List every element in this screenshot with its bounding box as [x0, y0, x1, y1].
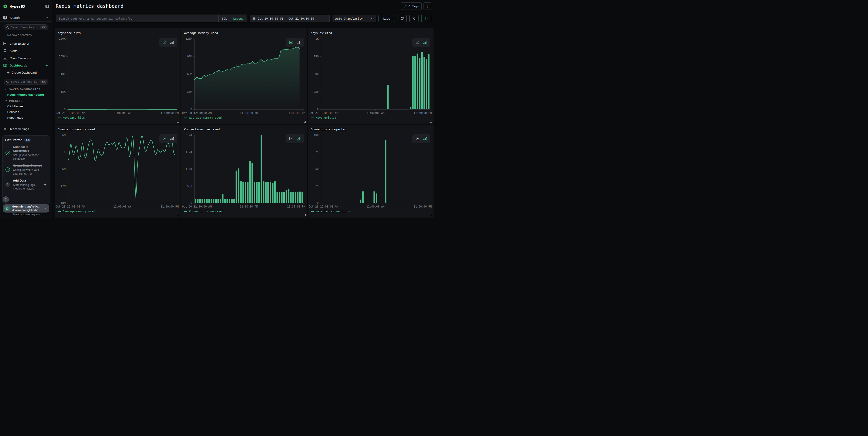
sql-mode-button[interactable]: SQL: [222, 17, 227, 20]
granularity-select[interactable]: Auto Granularity: [333, 15, 376, 22]
bar-chart-toggle-icon[interactable]: [296, 137, 301, 141]
get-started-step-connect[interactable]: Connect to ClickHouse Set up your databa…: [5, 145, 47, 161]
saved-searches-field[interactable]: [11, 26, 38, 29]
more-menu-button[interactable]: [424, 2, 431, 10]
panel-resize-handle[interactable]: [430, 214, 432, 216]
user-menu[interactable]: D dominic.tran@clic... dominic.tran@clic…: [3, 204, 49, 212]
calendar-icon: [253, 17, 256, 20]
svg-text:Oct 20 12:00:00 AM: Oct 20 12:00:00 AM: [56, 205, 85, 208]
query-language-toggle: SQL | Lucene: [218, 15, 247, 22]
panel-resize-handle[interactable]: [177, 214, 179, 216]
sidebar-item-dashboards[interactable]: Dashboards: [0, 62, 52, 69]
legend-label: Keyspace hits: [63, 116, 85, 119]
get-started-step-add-data[interactable]: 3 Add Data Start sending logs, metrics, …: [5, 179, 47, 191]
panel-resize-handle[interactable]: [430, 121, 432, 122]
chart-legend[interactable]: Average memory used: [184, 116, 222, 119]
bar-chart-toggle-icon[interactable]: [170, 137, 174, 141]
svg-text:120M: 120M: [185, 37, 192, 40]
live-button[interactable]: Live: [378, 15, 395, 22]
line-chart-toggle-icon[interactable]: [415, 40, 420, 45]
svg-text:Oct 20 12:00:00 AM: Oct 20 12:00:00 AM: [309, 205, 338, 208]
legend-label: rejected connections: [316, 210, 350, 213]
line-chart-toggle-icon[interactable]: [289, 40, 293, 45]
sidebar-preset-clickhouse[interactable]: ClickHouse: [7, 105, 52, 108]
svg-text:11:30:00 PM: 11:30:00 PM: [414, 205, 432, 208]
chart-legend[interactable]: Connections recieved: [184, 210, 223, 213]
event-search-input[interactable]: [59, 17, 218, 20]
tag-icon: [404, 5, 407, 8]
chart-legend[interactable]: Average memory used: [58, 210, 95, 213]
panel-resize-handle[interactable]: [304, 121, 306, 122]
sidebar-item-chart-explorer[interactable]: Chart Explorer: [0, 40, 52, 47]
tags-label: 0 Tags: [408, 5, 419, 8]
line-chart-toggle-icon[interactable]: [162, 137, 167, 141]
refresh-icon: [400, 17, 404, 20]
run-query-button[interactable]: [421, 15, 431, 22]
chart-legend[interactable]: rejected connections: [311, 210, 350, 213]
sidebar-item-team-settings[interactable]: Team Settings: [0, 125, 52, 133]
chart-title: Connections rejected: [311, 127, 346, 131]
refresh-button[interactable]: [398, 15, 407, 22]
sidebar-item-client-sessions[interactable]: Client Sessions: [0, 54, 52, 62]
create-dashboard-button[interactable]: Create Dashboard: [0, 69, 52, 76]
plus-icon: [7, 71, 10, 74]
clickhouse-cloud-promo: Ready to deploy on ClickHouse Cloud?: [13, 212, 50, 218]
svg-text:0: 0: [190, 108, 192, 111]
get-started-step-datasources[interactable]: Create Data Sources Configure where your…: [5, 164, 47, 175]
bar-chart-toggle-icon[interactable]: [423, 40, 427, 45]
legend-label: Average memory used: [189, 116, 222, 119]
get-started-header[interactable]: Get Started 2/3: [5, 138, 47, 142]
sidebar-item-alerts[interactable]: Alerts: [0, 47, 52, 54]
chart-legend[interactable]: Keys evicted: [311, 116, 336, 119]
chart-legend[interactable]: Keyspace hits: [58, 116, 85, 119]
help-button[interactable]: ?: [3, 196, 9, 203]
bar-chart-toggle-icon[interactable]: [296, 40, 301, 45]
step-title: Connect to ClickHouse: [13, 145, 43, 153]
get-started-progress-badge: 2/3: [24, 139, 31, 142]
check-circle-icon: [5, 167, 10, 172]
legend-swatch: [311, 118, 314, 118]
lucene-mode-button[interactable]: Lucene: [233, 17, 244, 20]
step-title: Add Data: [13, 179, 40, 183]
saved-dashboards-group[interactable]: SAVED DASHBOARDS: [5, 88, 52, 91]
sidebar: HyperDX Search ⌘K No saved searches Char…: [0, 0, 52, 218]
chart-type-toggle: [412, 134, 430, 143]
saved-searches-input[interactable]: ⌘K: [4, 24, 49, 30]
svg-text:0: 0: [317, 201, 319, 205]
sidebar-section-search[interactable]: Search: [0, 14, 52, 22]
svg-text:75: 75: [315, 151, 319, 154]
bar-chart-toggle-icon[interactable]: [423, 137, 427, 141]
chart-title: Keys evicted: [311, 31, 332, 35]
saved-dashboards-field[interactable]: [11, 80, 38, 83]
svg-text:11:30:00 PM: 11:30:00 PM: [161, 205, 179, 208]
bar-chart-toggle-icon[interactable]: [170, 40, 174, 45]
event-search-bar[interactable]: SQL | Lucene: [56, 14, 247, 22]
presets-group[interactable]: PRESETS: [5, 99, 52, 102]
tags-button[interactable]: 0 Tags: [401, 2, 422, 10]
search-section-label: Search: [9, 16, 20, 20]
svg-text:50: 50: [315, 168, 319, 171]
filter-button[interactable]: [409, 15, 418, 22]
svg-text:0: 0: [64, 151, 66, 154]
sidebar-dashboard-redis[interactable]: Redis metrics dashboard: [7, 93, 52, 96]
panel-resize-handle[interactable]: [177, 121, 179, 122]
line-chart-toggle-icon[interactable]: [415, 137, 420, 141]
arrow-right-icon: [43, 183, 47, 186]
charts-grid: Keyspace hitsKeyspace hits220K165K110K55…: [55, 28, 434, 217]
svg-text:11:30:00 PM: 11:30:00 PM: [414, 111, 432, 115]
saved-dashboards-input[interactable]: ⌘K: [4, 79, 49, 85]
svg-text:500: 500: [314, 72, 319, 76]
line-chart-toggle-icon[interactable]: [162, 40, 167, 45]
sidebar-collapse-icon[interactable]: [45, 5, 49, 8]
sidebar-preset-kubernetes[interactable]: Kubernetes: [7, 116, 52, 119]
panel-resize-handle[interactable]: [304, 214, 306, 216]
svg-text:750: 750: [314, 55, 319, 58]
avatar: D: [4, 205, 10, 211]
date-range-picker[interactable]: Oct 20 00:00:00 - Oct 21 00:00:00: [250, 15, 330, 22]
chart-panel-avg-memory: Average memory usedAverage memory used12…: [181, 28, 307, 124]
step-desc: Start sending logs, metrics, or traces: [13, 183, 40, 191]
sidebar-preset-services[interactable]: Services: [7, 110, 52, 114]
line-chart-toggle-icon[interactable]: [289, 137, 293, 141]
brand: HyperDX: [0, 0, 52, 13]
svg-text:11:00:00 AM: 11:00:00 AM: [240, 111, 258, 115]
